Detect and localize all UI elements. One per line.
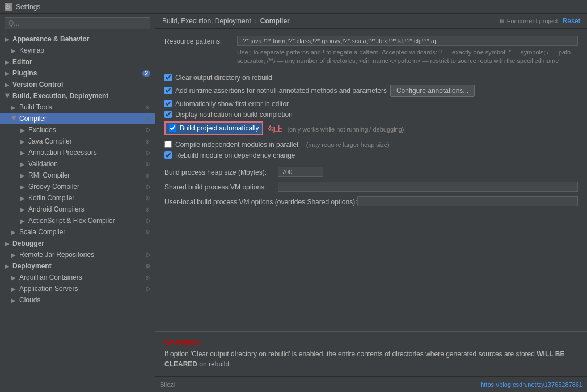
resource-hint: Use ; to separate patterns and ! to nega… — [237, 48, 578, 66]
gear-icon-actionscript-flex-compiler: ⚙ — [145, 218, 150, 224]
build-automatically-checkbox[interactable] — [169, 124, 176, 132]
warning-box: WARNING! If option 'Clear output directo… — [155, 331, 587, 376]
expand-arrow-debugger: ▶ — [5, 241, 10, 247]
sidebar-item-application-servers[interactable]: ▶Application Servers⚙ — [0, 283, 155, 294]
user-local-vm-value-wrap — [357, 196, 578, 206]
resource-patterns-input[interactable] — [237, 36, 578, 46]
expand-arrow-android-compilers: ▶ — [20, 206, 26, 213]
show-first-error-label: Automatically show first error in editor — [175, 100, 289, 108]
monitor-icon: 🖥 — [499, 18, 505, 24]
display-notification-checkbox[interactable] — [164, 111, 172, 118]
shared-vm-row: Shared build process VM options: — [164, 182, 578, 192]
gear-icon-remote-jar-repositories: ⚙ — [145, 252, 150, 258]
expand-arrow-arquillian-containers: ▶ — [11, 275, 17, 281]
sidebar-item-annotation-processors[interactable]: ▶Annotation Processors⚙ — [0, 147, 155, 158]
add-runtime-assertions-checkbox[interactable] — [164, 87, 172, 94]
expand-arrow-build-execution-deployment: ▶ — [5, 93, 11, 99]
resource-input-wrap: Use ; to separate patterns and ! to nega… — [237, 36, 578, 66]
sidebar-item-arquillian-containers[interactable]: ▶Arquillian Containers⚙ — [0, 272, 155, 283]
heap-size-label: Build process heap size (Mbytes): — [164, 167, 278, 176]
reset-button[interactable]: Reset — [563, 17, 580, 25]
user-local-vm-input[interactable] — [357, 196, 578, 206]
rebuild-module-label: Rebuild module on dependency change — [175, 151, 295, 159]
sidebar-item-editor[interactable]: ▶Editor — [0, 56, 155, 68]
rebuild-module-checkbox[interactable] — [164, 151, 172, 159]
current-project-label: For current project — [507, 18, 558, 24]
gear-icon-java-compiler: ⚙ — [145, 138, 150, 145]
gear-icon-android-compilers: ⚙ — [145, 206, 150, 213]
sidebar-label-plugins: Plugins — [12, 69, 37, 77]
sidebar-label-arquillian-containers: Arquillian Containers — [19, 273, 82, 281]
sidebar-label-rmi-compiler: RMI Compiler — [28, 171, 70, 179]
search-input[interactable] — [5, 17, 150, 29]
display-notification-row: Display notification on build completion — [164, 111, 578, 119]
sidebar-item-deployment[interactable]: ▶Deployment⚙ — [0, 260, 155, 272]
expand-arrow-kotlin-compiler: ▶ — [20, 195, 26, 201]
expand-arrow-groovy-compiler: ▶ — [20, 184, 26, 190]
sidebar-label-groovy-compiler: Groovy Compiler — [28, 183, 79, 191]
sidebar-item-validation[interactable]: ▶Validation⚙ — [0, 158, 155, 170]
gear-icon-application-servers: ⚙ — [145, 286, 150, 292]
shared-vm-value-wrap — [278, 182, 578, 192]
expand-arrow-java-compiler: ▶ — [20, 138, 26, 145]
panel-content: Resource patterns: Use ; to separate pat… — [155, 29, 587, 331]
add-runtime-assertions-label: Add runtime assertions for notnull-annot… — [175, 87, 387, 95]
gear-icon-scala-compiler: ⚙ — [145, 229, 150, 235]
show-first-error-checkbox[interactable] — [164, 100, 172, 107]
bottom-user: Bilezi — [160, 381, 175, 388]
gear-icon-kotlin-compiler: ⚙ — [145, 195, 150, 201]
sidebar-label-excludes: Excludes — [28, 126, 56, 134]
gear-icon-arquillian-containers: ⚙ — [145, 275, 150, 281]
annotation-text: 勾上 — [268, 124, 282, 134]
sidebar-item-remote-jar-repositories[interactable]: ▶Remote Jar Repositories⚙ — [0, 249, 155, 260]
gear-icon-build-tools: ⚙ — [145, 104, 150, 111]
add-runtime-assertions-row: Add runtime assertions for notnull-annot… — [164, 85, 578, 97]
sidebar-item-debugger[interactable]: ▶Debugger — [0, 238, 155, 249]
expand-arrow-compiler: ▶ — [11, 116, 18, 121]
clear-output-checkbox[interactable] — [164, 74, 172, 81]
sidebar-item-version-control[interactable]: ▶Version Control — [0, 79, 155, 90]
resource-patterns-label: Resource patterns: — [164, 36, 233, 45]
breadcrumb: Build, Execution, Deployment › Compiler — [162, 17, 290, 25]
sidebar-item-appearance-behavior[interactable]: ▶Appearance & Behavior — [0, 33, 155, 45]
sidebar-item-java-compiler[interactable]: ▶Java Compiler⚙ — [0, 136, 155, 147]
gear-icon-validation: ⚙ — [145, 161, 150, 167]
sidebar-item-android-compilers[interactable]: ▶Android Compilers⚙ — [0, 204, 155, 215]
expand-arrow-excludes: ▶ — [20, 127, 26, 133]
settings-icon: ⚙ — [5, 3, 12, 11]
sidebar-item-kotlin-compiler[interactable]: ▶Kotlin Compiler⚙ — [0, 192, 155, 204]
heap-size-value-wrap — [278, 167, 578, 177]
build-automatically-highlighted: Build project automatically — [164, 121, 263, 135]
sidebar-label-deployment: Deployment — [12, 262, 52, 270]
sidebar-label-validation: Validation — [28, 160, 58, 168]
expand-arrow-annotation-processors: ▶ — [20, 150, 26, 156]
sidebar-item-clouds[interactable]: ▶Clouds — [0, 294, 155, 306]
sidebar-item-rmi-compiler[interactable]: ▶RMI Compiler⚙ — [0, 170, 155, 181]
sidebar-item-compiler[interactable]: ▶Compiler⚙ — [0, 113, 155, 124]
badge-plugins: 2 — [142, 70, 150, 77]
sidebar-label-build-execution-deployment: Build, Execution, Deployment — [12, 92, 108, 100]
heap-size-input[interactable] — [278, 167, 323, 177]
sidebar-item-plugins[interactable]: ▶Plugins2 — [0, 68, 155, 79]
sidebar-item-excludes[interactable]: ▶Excludes⚙ — [0, 124, 155, 136]
sidebar-item-groovy-compiler[interactable]: ▶Groovy Compiler⚙ — [0, 181, 155, 192]
shared-vm-input[interactable] — [278, 182, 578, 192]
sidebar-item-scala-compiler[interactable]: ▶Scala Compiler⚙ — [0, 226, 155, 238]
sidebar-item-build-execution-deployment[interactable]: ▶Build, Execution, Deployment — [0, 90, 155, 102]
expand-arrow-appearance-behavior: ▶ — [5, 36, 10, 43]
sidebar-item-build-tools[interactable]: ▶Build Tools⚙ — [0, 102, 155, 113]
sidebar-label-clouds: Clouds — [19, 296, 40, 304]
gear-icon-annotation-processors: ⚙ — [145, 150, 150, 156]
expand-arrow-remote-jar-repositories: ▶ — [11, 252, 17, 258]
configure-annotations-button[interactable]: Configure annotations... — [390, 85, 475, 97]
sidebar-item-keymap[interactable]: ▶Keymap — [0, 45, 155, 56]
expand-arrow-application-servers: ▶ — [11, 286, 17, 292]
rebuild-module-row: Rebuild module on dependency change — [164, 151, 578, 159]
expand-arrow-clouds: ▶ — [11, 297, 17, 304]
compile-independent-checkbox[interactable] — [164, 141, 172, 148]
sidebar-item-actionscript-flex-compiler[interactable]: ▶ActionScript & Flex Compiler⚙ — [0, 215, 155, 226]
expand-arrow-editor: ▶ — [5, 59, 10, 65]
bottom-link[interactable]: https://blog.csdn.net/zy13765287861 — [480, 381, 582, 388]
bottom-bar: Bilezi https://blog.csdn.net/zy137652878… — [155, 376, 587, 392]
sidebar-label-compiler: Compiler — [19, 115, 47, 123]
